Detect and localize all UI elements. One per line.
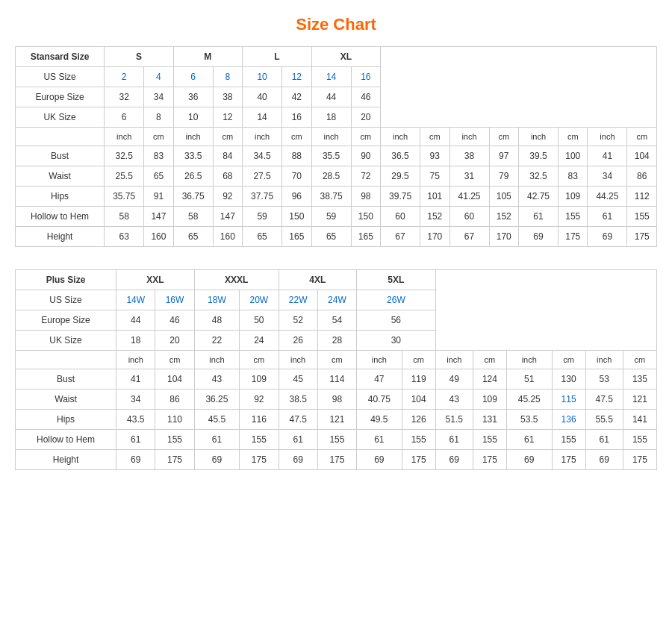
us-size-16: 16 (351, 67, 380, 87)
us-size-2: 2 (105, 67, 144, 87)
page-title: Size Chart (15, 15, 657, 34)
plus-waist-label: Waist (16, 390, 116, 410)
hollow-to-hem-label: Hollow to Hem (16, 207, 105, 227)
us-size-4: 4 (144, 67, 173, 87)
plus-us-size-label: US Size (16, 290, 116, 310)
us-size-14: 14 (311, 67, 351, 87)
plus-col-5xl: 5XL (357, 270, 436, 290)
bust-label: Bust (16, 146, 105, 166)
plus-col-xxxl: XXXL (194, 270, 279, 290)
std-col-s: S (105, 47, 173, 67)
plus-col-xxl: XXL (116, 270, 195, 290)
standard-size-table: Stansard Size S M L XL US Size 2 4 6 8 1… (15, 46, 657, 247)
plus-bust-label: Bust (16, 369, 116, 390)
plus-size-label: Plus Size (16, 270, 116, 290)
standard-size-label: Stansard Size (16, 47, 105, 67)
hips-label: Hips (16, 187, 105, 207)
waist-label: Waist (16, 166, 105, 187)
std-col-xl: XL (311, 47, 380, 67)
plus-height-label: Height (16, 450, 116, 470)
plus-hollow-to-hem-label: Hollow to Hem (16, 430, 116, 450)
std-col-m: M (173, 47, 242, 67)
us-size-12: 12 (282, 67, 311, 87)
plus-col-4xl: 4XL (279, 270, 357, 290)
us-size-6: 6 (173, 67, 213, 87)
plus-size-table: Plus Size XXL XXXL 4XL 5XL US Size 14W 1… (15, 269, 657, 470)
us-size-8: 8 (213, 67, 242, 87)
plus-hips-label: Hips (16, 410, 116, 430)
std-col-l: L (243, 47, 311, 67)
uk-size-label: UK Size (16, 107, 105, 128)
plus-europe-size-label: Europe Size (16, 310, 116, 331)
plus-uk-size-label: UK Size (16, 331, 116, 351)
us-size-10: 10 (243, 67, 282, 87)
europe-size-label: Europe Size (16, 87, 105, 107)
us-size-label: US Size (16, 67, 105, 87)
height-label: Height (16, 227, 105, 247)
